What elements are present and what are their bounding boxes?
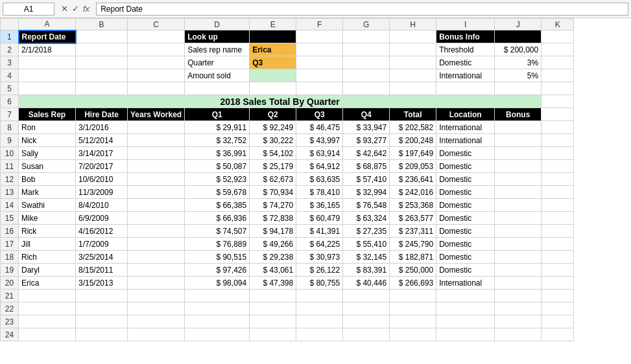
cell-G5[interactable]	[343, 82, 390, 95]
row-header-2[interactable]: 2	[1, 43, 19, 56]
cell-salesrep-20[interactable]: Erica	[19, 277, 76, 290]
cell-B22[interactable]	[76, 302, 128, 315]
cell-bonus-11[interactable]	[495, 160, 542, 173]
cell-years-8[interactable]	[128, 121, 185, 134]
cell-K11[interactable]	[542, 160, 574, 173]
cell-bonus-18[interactable]	[495, 251, 542, 264]
cell-K12[interactable]	[542, 173, 574, 186]
cell-K15[interactable]	[542, 212, 574, 225]
cell-B2[interactable]	[76, 43, 128, 56]
cell-E1[interactable]	[250, 30, 296, 43]
cell-q2-10[interactable]: $ 54,102	[250, 147, 296, 160]
cell-hiredate-20[interactable]: 3/15/2013	[76, 277, 128, 290]
cell-H2[interactable]	[390, 43, 436, 56]
cell-hiredate-8[interactable]: 3/1/2016	[76, 121, 128, 134]
cell-D21[interactable]	[185, 290, 250, 302]
cell-q4-14[interactable]: $ 76,548	[343, 199, 390, 212]
cell-salesrep-19[interactable]: Daryl	[19, 264, 76, 277]
cell-years-12[interactable]	[128, 173, 185, 186]
cell-q1-20[interactable]: $ 98,094	[185, 277, 250, 290]
cell-location-13[interactable]: Domestic	[436, 186, 495, 199]
cell-location-8[interactable]: International	[436, 121, 495, 134]
cell-K5[interactable]	[542, 82, 574, 95]
cell-hiredate-10[interactable]: 3/14/2017	[76, 147, 128, 160]
cell-H1[interactable]	[390, 30, 436, 43]
cell-J5[interactable]	[495, 82, 542, 95]
cell-I23[interactable]	[436, 315, 495, 328]
cell-D23[interactable]	[185, 315, 250, 328]
row-header-11[interactable]: 11	[1, 160, 19, 173]
cell-C22[interactable]	[128, 302, 185, 315]
cell-A22[interactable]	[19, 302, 76, 315]
cell-I3[interactable]: Domestic	[436, 56, 495, 69]
cell-D22[interactable]	[185, 302, 250, 315]
cell-H23[interactable]	[390, 315, 436, 328]
cell-total-16[interactable]: $ 237,311	[390, 225, 436, 238]
cell-J23[interactable]	[495, 315, 542, 328]
cell-A24[interactable]	[19, 328, 76, 341]
row-header-22[interactable]: 22	[1, 302, 19, 315]
cell-D5[interactable]	[185, 82, 250, 95]
cell-hiredate-12[interactable]: 10/6/2010	[76, 173, 128, 186]
cell-A23[interactable]	[19, 315, 76, 328]
cell-E3[interactable]: Q3	[250, 56, 296, 69]
cell-q4-13[interactable]: $ 32,994	[343, 186, 390, 199]
row-header-16[interactable]: 16	[1, 225, 19, 238]
cell-F5[interactable]	[296, 82, 343, 95]
cell-total-15[interactable]: $ 263,577	[390, 212, 436, 225]
cell-J24[interactable]	[495, 328, 542, 341]
cell-J21[interactable]	[495, 290, 542, 302]
cell-F24[interactable]	[296, 328, 343, 341]
cell-K2[interactable]	[542, 43, 574, 56]
cell-K4[interactable]	[542, 69, 574, 82]
row-header-6[interactable]: 6	[1, 95, 19, 108]
cell-location-16[interactable]: Domestic	[436, 225, 495, 238]
row-header-21[interactable]: 21	[1, 290, 19, 302]
cell-q1-13[interactable]: $ 59,678	[185, 186, 250, 199]
cell-G23[interactable]	[343, 315, 390, 328]
cell-J4[interactable]: 5%	[495, 69, 542, 82]
cell-salesrep-13[interactable]: Mark	[19, 186, 76, 199]
cell-total-18[interactable]: $ 182,871	[390, 251, 436, 264]
row-header-3[interactable]: 3	[1, 56, 19, 69]
cell-bonus-8[interactable]	[495, 121, 542, 134]
cell-B5[interactable]	[76, 82, 128, 95]
cell-total-10[interactable]: $ 197,649	[390, 147, 436, 160]
cell-K22[interactable]	[542, 302, 574, 315]
cell-q4-12[interactable]: $ 57,410	[343, 173, 390, 186]
cell-location-11[interactable]: Domestic	[436, 160, 495, 173]
cell-J22[interactable]	[495, 302, 542, 315]
cell-years-20[interactable]	[128, 277, 185, 290]
cell-location-9[interactable]: International	[436, 134, 495, 147]
cell-q2-8[interactable]: $ 92,249	[250, 121, 296, 134]
cell-q2-11[interactable]: $ 25,179	[250, 160, 296, 173]
cell-q3-18[interactable]: $ 30,973	[296, 251, 343, 264]
cell-D4[interactable]: Amount sold	[185, 69, 250, 82]
cell-q4-18[interactable]: $ 32,145	[343, 251, 390, 264]
cell-years-14[interactable]	[128, 199, 185, 212]
cell-location-10[interactable]: Domestic	[436, 147, 495, 160]
cell-E2[interactable]: Erica	[250, 43, 296, 56]
cell-total-11[interactable]: $ 209,053	[390, 160, 436, 173]
col-header-J[interactable]: J	[495, 19, 542, 30]
cell-years-18[interactable]	[128, 251, 185, 264]
cell-K13[interactable]	[542, 186, 574, 199]
cell-A21[interactable]	[19, 290, 76, 302]
cell-G4[interactable]	[343, 69, 390, 82]
cell-q1-17[interactable]: $ 76,889	[185, 238, 250, 251]
cell-K7[interactable]	[542, 108, 574, 121]
cell-E21[interactable]	[250, 290, 296, 302]
cell-salesrep-10[interactable]: Sally	[19, 147, 76, 160]
cell-C4[interactable]	[128, 69, 185, 82]
cell-years-9[interactable]	[128, 134, 185, 147]
cell-q1-12[interactable]: $ 52,923	[185, 173, 250, 186]
cell-q1-18[interactable]: $ 90,515	[185, 251, 250, 264]
cell-F22[interactable]	[296, 302, 343, 315]
col-header-H[interactable]: H	[390, 19, 436, 30]
cell-salesrep-17[interactable]: Jill	[19, 238, 76, 251]
cell-hiredate-9[interactable]: 5/12/2014	[76, 134, 128, 147]
cell-G3[interactable]	[343, 56, 390, 69]
cell-I1[interactable]: Bonus Info	[436, 30, 495, 43]
row-header-19[interactable]: 19	[1, 264, 19, 277]
cell-q1-10[interactable]: $ 36,991	[185, 147, 250, 160]
